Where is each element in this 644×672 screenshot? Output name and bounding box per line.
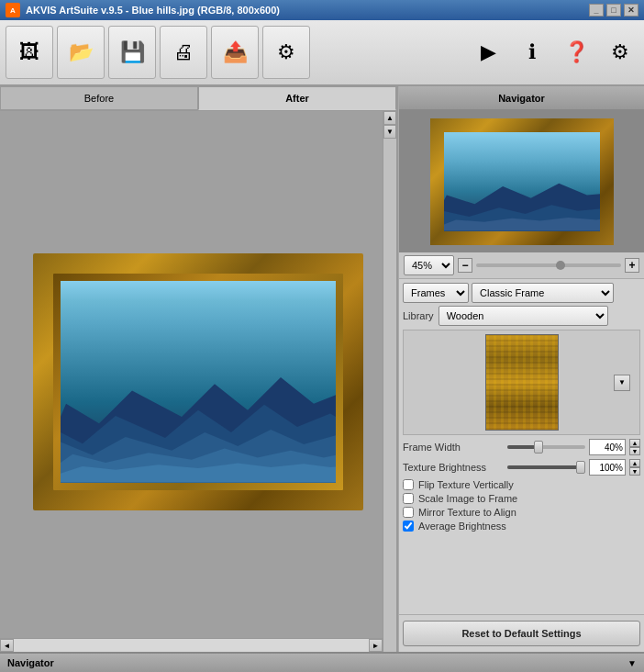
open-icon: 📂	[69, 40, 94, 64]
frame-width-value[interactable]: 40%	[589, 439, 626, 455]
nav-frame-image	[444, 132, 600, 231]
frame-width-up[interactable]: ▲	[629, 439, 640, 447]
scale-image-row: Scale Image to Frame	[403, 493, 640, 504]
mirror-texture-checkbox[interactable]	[403, 507, 414, 518]
export-button[interactable]: 📤	[211, 26, 259, 79]
navigator-title: Navigator	[498, 93, 545, 104]
navigator-preview	[399, 110, 644, 252]
zoom-bar: 45% − +	[399, 252, 644, 279]
texture-brightness-fill	[507, 465, 585, 469]
frame-width-thumb[interactable]	[534, 441, 543, 454]
tab-bar: Before After	[0, 86, 396, 111]
main-area: Before After ▲	[0, 86, 644, 652]
controls-area: Frames Classic Frame Library Wooden ▼	[399, 279, 644, 614]
maximize-button[interactable]: □	[606, 4, 621, 17]
flip-texture-checkbox[interactable]	[403, 479, 414, 490]
scroll-right-button[interactable]: ►	[369, 639, 383, 652]
texture-brightness-label: Texture Brightness	[403, 462, 504, 473]
texture-brightness-spinner[interactable]: ▲ ▼	[629, 459, 640, 476]
canvas-scrollbar-vertical[interactable]: ▲ ▼	[383, 111, 396, 652]
library-label: Library	[403, 310, 434, 321]
bottom-nav-label: Navigator	[7, 657, 54, 668]
zoom-minus-button[interactable]: −	[458, 258, 472, 273]
toolbar: 🖼 📂 💾 🖨 📤 ⚙ ▶ ℹ ❓ ⚙	[0, 20, 644, 86]
app-icon: A	[6, 3, 20, 17]
frame-width-label: Frame Width	[403, 442, 504, 453]
title-bar-controls[interactable]: _ □ ✕	[589, 4, 638, 17]
frame-width-row: Frame Width 40% ▲ ▼	[403, 439, 640, 455]
zoom-thumb[interactable]	[556, 261, 565, 270]
export-icon: 📤	[223, 40, 248, 64]
minimize-button[interactable]: _	[589, 4, 604, 17]
gear-button[interactable]: ⚙	[602, 34, 638, 71]
mountain-background	[61, 281, 336, 483]
toolbar-right: ▶ ℹ ❓ ⚙	[470, 34, 638, 71]
save-button[interactable]: 💾	[108, 26, 156, 79]
flip-texture-row: Flip Texture Vertically	[403, 479, 640, 490]
average-brightness-label[interactable]: Average Brightness	[418, 521, 506, 532]
frame-width-slider[interactable]	[507, 445, 585, 449]
settings-button[interactable]: ⚙	[262, 26, 310, 79]
bottom-nav-arrow[interactable]: ▼	[627, 658, 637, 668]
zoom-select[interactable]: 45%	[404, 255, 454, 275]
open-button[interactable]: 📂	[57, 26, 105, 79]
average-brightness-row: Average Brightness	[403, 521, 640, 532]
title-bar: A AKVIS ArtSuite v.9.5 - Blue hills.jpg …	[0, 0, 644, 20]
scroll-down-button[interactable]: ▼	[383, 125, 396, 139]
mirror-texture-row: Mirror Texture to Align	[403, 507, 640, 518]
navigator-header: Navigator	[399, 86, 644, 110]
left-panel: Before After ▲	[0, 86, 398, 652]
print-button[interactable]: 🖨	[160, 26, 207, 79]
title-bar-left: A AKVIS ArtSuite v.9.5 - Blue hills.jpg …	[6, 3, 280, 17]
average-brightness-checkbox[interactable]	[403, 521, 414, 532]
texture-pattern	[486, 335, 558, 430]
reset-button[interactable]: Reset to Default Settings	[403, 621, 640, 646]
scroll-up-button[interactable]: ▲	[383, 111, 396, 125]
open-file-icon: 🖼	[19, 40, 39, 64]
texture-brightness-row: Texture Brightness 100% ▲ ▼	[403, 459, 640, 476]
classic-frame-select[interactable]: Classic Frame	[472, 283, 614, 303]
texture-brightness-slider[interactable]	[507, 465, 585, 469]
texture-thumbnail	[485, 334, 559, 431]
scroll-track-h[interactable]	[14, 639, 369, 652]
title-bar-text: AKVIS ArtSuite v.9.5 - Blue hills.jpg (R…	[26, 5, 280, 16]
zoom-plus-button[interactable]: +	[625, 258, 639, 273]
print-icon: 🖨	[173, 40, 194, 64]
mirror-texture-label[interactable]: Mirror Texture to Align	[418, 507, 516, 518]
library-select[interactable]: Wooden	[439, 306, 608, 326]
frame-image	[61, 281, 336, 483]
texture-preview-area: ▼	[403, 330, 640, 435]
texture-brightness-up[interactable]: ▲	[629, 459, 640, 467]
scale-image-label[interactable]: Scale Image to Frame	[418, 493, 517, 504]
frame-width-down[interactable]: ▼	[629, 447, 640, 455]
frame-type-row: Frames Classic Frame	[403, 283, 640, 303]
texture-brightness-down[interactable]: ▼	[629, 467, 640, 476]
nav-mountain-bg	[444, 132, 600, 231]
frames-select[interactable]: Frames	[403, 283, 469, 303]
tab-after[interactable]: After	[198, 86, 396, 110]
scroll-left-button[interactable]: ◄	[0, 639, 14, 652]
texture-brightness-thumb[interactable]	[576, 461, 585, 474]
zoom-slider[interactable]	[476, 263, 621, 267]
info-button[interactable]: ℹ	[514, 34, 550, 71]
scale-image-checkbox[interactable]	[403, 493, 414, 504]
framed-image	[33, 253, 363, 510]
frame-width-spinner[interactable]: ▲ ▼	[629, 439, 640, 455]
close-button[interactable]: ✕	[624, 4, 638, 17]
tab-before[interactable]: Before	[0, 86, 198, 110]
play-button[interactable]: ▶	[470, 34, 506, 71]
help-button[interactable]: ❓	[558, 34, 594, 71]
canvas-area[interactable]: ▲ ▼ ◄ ►	[0, 111, 396, 652]
library-row: Library Wooden	[403, 306, 640, 326]
save-icon: 💾	[120, 40, 145, 64]
open-file-button[interactable]: 🖼	[6, 26, 53, 79]
texture-brightness-value[interactable]: 100%	[589, 459, 626, 476]
texture-dropdown-button[interactable]: ▼	[614, 375, 630, 391]
canvas-scrollbar-horizontal[interactable]: ◄ ►	[0, 638, 383, 652]
settings-icon: ⚙	[277, 40, 295, 64]
flip-texture-label[interactable]: Flip Texture Vertically	[418, 479, 514, 490]
reset-button-area: Reset to Default Settings	[399, 614, 644, 652]
right-panel: Navigator 45% −	[398, 86, 644, 652]
navigator-frame	[430, 118, 614, 245]
bottom-navigator-bar: Navigator ▼	[0, 652, 644, 672]
